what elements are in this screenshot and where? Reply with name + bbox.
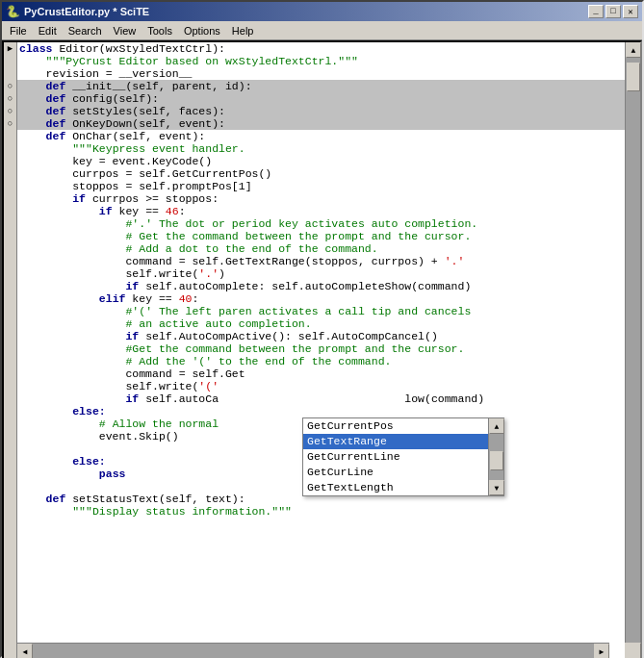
h-scroll-right[interactable]: ▶ [594,644,609,658]
code-line-12: stoppos = self.promptPos[1] [17,180,625,192]
gutter: ▶ ○ ○ ○ ○ [4,42,17,658]
code-line-38: """Display status information.""" [17,505,625,518]
code-area[interactable]: class Editor(wxStyledTextCtrl): """PyCru… [17,42,625,658]
minimize-button[interactable]: _ [588,5,604,18]
code-line-23: # an active auto completion. [17,317,625,330]
ac-scroll-thumb [490,451,503,470]
autocomplete-item-1[interactable]: GetCurrentPos [303,418,503,434]
code-line-18: command = self.GetTextRange(stoppos, cur… [17,255,625,267]
code-line-6: def setStyles(self, faces): [17,105,625,117]
code-line-22: #'(' The left paren activates a call tip… [17,305,625,317]
code-line-16: # Get the command between the prompt and… [17,230,625,242]
editor-container: ▶ ○ ○ ○ ○ class Editor(wxStyledTextCtrl)… [2,40,642,658]
window-title: PyCrustEditor.py * SciTE [24,6,149,17]
gutter-line-6: ○ [4,105,16,117]
code-line-27: command = self.Get [17,367,625,380]
v-scroll-thumb [627,63,640,91]
v-scrollbar[interactable]: ▲ ▼ [625,42,640,658]
ac-scroll-down[interactable]: ▼ [489,480,504,495]
code-line-4: def __init__(self, parent, id): [17,80,625,92]
code-line-29: if self.autoCa low(command) [17,392,625,405]
menu-edit[interactable]: Edit [33,23,63,38]
gutter-line-7: ○ [4,117,16,130]
code-line-19: self.write('.') [17,267,625,280]
autocomplete-item-4[interactable]: GetCurLine [303,465,503,480]
window: 🐍 PyCrustEditor.py * SciTE _ □ ✕ File Ed… [0,0,644,658]
code-line-1: class Editor(wxStyledTextCtrl): [17,42,625,55]
autocomplete-scrollbar[interactable]: ▲ ▼ [488,418,503,495]
code-line-13: if currpos >= stoppos: [17,192,625,205]
menu-options[interactable]: Options [178,23,226,38]
menu-help[interactable]: Help [226,23,260,38]
code-line-39 [17,518,625,530]
code-line-3: revision = __version__ [17,67,625,80]
close-button[interactable]: ✕ [623,5,638,18]
scrollbar-corner [625,643,640,658]
code-line-20: if self.autoComplete: self.autoCompleteS… [17,280,625,292]
code-line-28: self.write('(' [17,380,625,392]
gutter-line-5: ○ [4,92,16,105]
code-line-11: currpos = self.GetCurrentPos() [17,167,625,180]
code-line-9: """Keypress event handler. [17,142,625,155]
code-line-24: if self.AutoCompActive(): self.AutoCompC… [17,330,625,342]
autocomplete-popup[interactable]: GetCurrentPos GetTextRange GetCurrentLin… [302,418,504,496]
menu-bar: File Edit Search View Tools Options Help [2,21,642,40]
gutter-line-4: ○ [4,80,16,92]
maximize-button[interactable]: □ [605,5,621,18]
code-line-14: if key == 46: [17,205,625,217]
code-line-30: else: [17,405,625,418]
code-line-2: """PyCrust Editor based on wxStyledTextC… [17,55,625,67]
v-scroll-track[interactable] [626,58,640,643]
code-line-7: def OnKeyDown(self, event): [17,117,625,130]
menu-view[interactable]: View [108,23,142,38]
autocomplete-item-3[interactable]: GetCurrentLine [303,449,503,465]
autocomplete-item-2[interactable]: GetTextRange [303,434,503,449]
code-line-8: def OnChar(self, event): [17,130,625,142]
code-line-21: elif key == 40: [17,292,625,305]
code-line-10: key = event.KeyCode() [17,155,625,167]
v-scroll-up[interactable]: ▲ [626,42,641,58]
h-scroll-left[interactable]: ◀ [17,644,33,658]
code-line-17: # Add a dot to the end of the command. [17,242,625,255]
code-line-5: def config(self): [17,92,625,105]
window-controls: _ □ ✕ [588,5,638,18]
autocomplete-item-5[interactable]: GetTextLength [303,480,503,495]
code-line-15: #'.' The dot or period key activates aut… [17,217,625,230]
code-line-25: #Get the command between the prompt and … [17,342,625,355]
h-scroll-track[interactable] [33,644,594,658]
code-line-26: # Add the '(' to the end of the command. [17,355,625,367]
ac-scroll-up[interactable]: ▲ [489,418,504,434]
menu-tools[interactable]: Tools [142,23,178,38]
gutter-line-1: ▶ [4,42,16,55]
menu-file[interactable]: File [4,23,33,38]
title-bar: 🐍 PyCrustEditor.py * SciTE _ □ ✕ [2,2,642,21]
h-scrollbar[interactable]: ◀ ▶ [17,643,609,658]
menu-search[interactable]: Search [63,23,108,38]
app-icon: 🐍 [6,5,20,19]
